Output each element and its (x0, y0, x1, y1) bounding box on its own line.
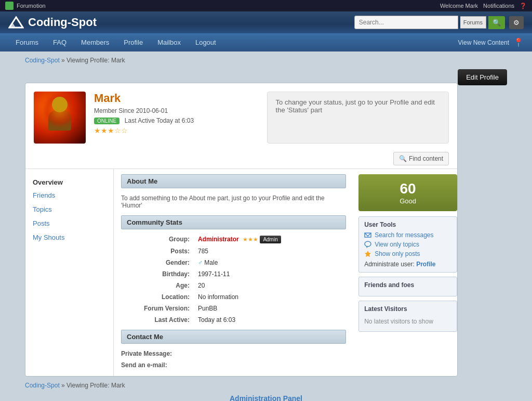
sidebar-item-shouts[interactable]: My Shouts (25, 230, 113, 244)
top-bar: Forumotion Welcome Mark Notifications ❓ (0, 0, 532, 11)
view-only-topics-link[interactable]: View only topics (364, 241, 451, 248)
search-messages-link[interactable]: Search for messages (364, 231, 451, 239)
online-badge: ONLINE (94, 118, 119, 124)
find-content-button[interactable]: 🔍 Find content (393, 152, 449, 165)
nav-left: Forums FAQ Members Profile Mailbox Logou… (8, 33, 223, 51)
send-email-row: Send an e-mail: (121, 359, 346, 371)
forumotion-logo-icon (5, 2, 14, 10)
svg-point-3 (365, 241, 371, 247)
latest-visitors-title: Latest Visitors (364, 305, 451, 313)
breadcrumb-home[interactable]: Coding-Spot (25, 57, 60, 64)
age-value: 20 (194, 280, 346, 291)
admin-panel-link[interactable]: Administration Panel (25, 394, 507, 401)
avatar (34, 92, 86, 144)
sidebar-overview: Overview (25, 174, 113, 188)
envelope-icon (364, 231, 371, 239)
friends-foes-box: Friends and foes (358, 277, 457, 296)
settings-button[interactable]: ⚙ (509, 16, 524, 29)
sidebar-item-friends[interactable]: Friends (25, 188, 113, 202)
admin-badge: Admin (260, 236, 281, 243)
profile-info: Mark Member Since 2010-06-01 ONLINE Last… (94, 92, 259, 144)
table-row: Group: Administrator ★★★ Admin (121, 234, 346, 245)
nav-forums[interactable]: Forums (8, 33, 46, 51)
nav-mailbox[interactable]: Mailbox (150, 33, 188, 51)
nav-faq[interactable]: FAQ (46, 33, 74, 51)
breadcrumb-separator: » (61, 57, 66, 64)
birthday-label: Birthday: (121, 268, 194, 280)
group-value: Administrator ★★★ Admin (194, 234, 346, 245)
breadcrumb: Coding-Spot » Viewing Profile: Mark (25, 57, 507, 64)
gender-value: ♂ Male (194, 257, 346, 268)
user-tools-title: User Tools (364, 221, 451, 228)
main-content: About Me To add something to the About m… (114, 169, 353, 376)
help-icon: ❓ (520, 3, 527, 9)
latest-visitors-box: Latest Visitors No latest visitors to sh… (358, 301, 457, 332)
forum-version-value: PunBB (194, 303, 346, 314)
content-wrapper: Coding-Spot » Viewing Profile: Mark Edit… (17, 51, 515, 401)
search-messages-label: Search for messages (375, 231, 433, 239)
last-active: Last Active Today at 6:03 (125, 117, 194, 124)
top-bar-left: Forumotion (5, 2, 46, 10)
posts-value: 785 (194, 245, 346, 257)
breadcrumb-current: Viewing Profile: Mark (66, 57, 125, 64)
admin-profile-link[interactable]: Profile (416, 261, 435, 268)
site-logo[interactable]: Coding-Spot (8, 16, 97, 29)
contact-header: Contact Me (121, 330, 346, 344)
show-only-posts-label: Show only posts (375, 250, 420, 257)
nav-logout[interactable]: Logout (188, 33, 223, 51)
sidebar-item-topics[interactable]: Topics (25, 202, 113, 216)
footer-breadcrumb-home[interactable]: Coding-Spot (25, 382, 60, 389)
search-button[interactable]: 🔍 (488, 16, 505, 29)
score-box: 60 Good (358, 174, 457, 211)
send-email-label: Send an e-mail: (121, 361, 167, 369)
community-stats-header: Community Stats (121, 215, 346, 229)
private-message-label: Private Message: (121, 350, 172, 357)
posts-label: Posts: (121, 245, 194, 257)
about-me-text: To add something to the About me part, j… (121, 192, 346, 215)
birthday-value: 1997-11-11 (194, 268, 346, 280)
score-label: Good (365, 197, 451, 205)
footer-breadcrumb-sep: » (61, 382, 66, 389)
brand-name: Forumotion (17, 3, 46, 9)
forum-version-label: Forum Version: (121, 303, 194, 314)
table-row: Location: No information (121, 291, 346, 303)
status-text: To change your status, just go to your P… (276, 98, 435, 114)
footer-breadcrumb: Coding-Spot » Viewing Profile: Mark (25, 382, 507, 389)
admin-text: Administrate user: Profile (364, 261, 451, 268)
profile-name: Mark (94, 92, 259, 105)
logo-icon (8, 16, 24, 29)
show-only-posts-link[interactable]: Show only posts (364, 250, 451, 257)
group-stars: ★★★ (243, 236, 258, 242)
table-row: Gender: ♂ Male (121, 257, 346, 268)
footer-breadcrumb-area: Coding-Spot » Viewing Profile: Mark Admi… (25, 382, 507, 401)
sidebar-item-posts[interactable]: Posts (25, 216, 113, 230)
right-panel: 60 Good User Tools Search for messages (353, 169, 457, 376)
notifications-link[interactable]: Notifications (483, 3, 514, 9)
table-row: Posts: 785 (121, 245, 346, 257)
about-me-header: About Me (121, 174, 346, 188)
search-input[interactable] (354, 16, 458, 29)
location-value: No information (194, 291, 346, 303)
svg-marker-5 (365, 251, 371, 257)
profile-container: Mark Member Since 2010-06-01 ONLINE Last… (25, 83, 458, 377)
view-only-topics-label: View only topics (375, 241, 419, 248)
edit-profile-button[interactable]: Edit Profile (458, 69, 507, 85)
profile-header-area: Mark Member Since 2010-06-01 ONLINE Last… (25, 83, 457, 152)
star-icon (364, 250, 371, 257)
group-name: Administrator (198, 236, 239, 243)
gender-label: Gender: (121, 257, 194, 268)
welcome-text[interactable]: Welcome Mark (440, 3, 478, 9)
no-visitors-text: No latest visitors to show (364, 316, 451, 327)
table-row: Forum Version: PunBB (121, 303, 346, 314)
view-new-content-link[interactable]: View New Content (458, 39, 510, 46)
nav-members[interactable]: Members (74, 33, 116, 51)
svg-marker-4 (366, 247, 368, 248)
last-active-label: Last Active: (121, 314, 194, 326)
private-message-row: Private Message: (121, 348, 346, 359)
friends-foes-title: Friends and foes (364, 281, 451, 289)
search-icon: 🔍 (399, 155, 407, 162)
nav-profile[interactable]: Profile (116, 33, 150, 51)
footer-breadcrumb-current: Viewing Profile: Mark (66, 382, 125, 389)
age-label: Age: (121, 280, 194, 291)
stats-table: Group: Administrator ★★★ Admin Posts: 78… (121, 234, 346, 326)
